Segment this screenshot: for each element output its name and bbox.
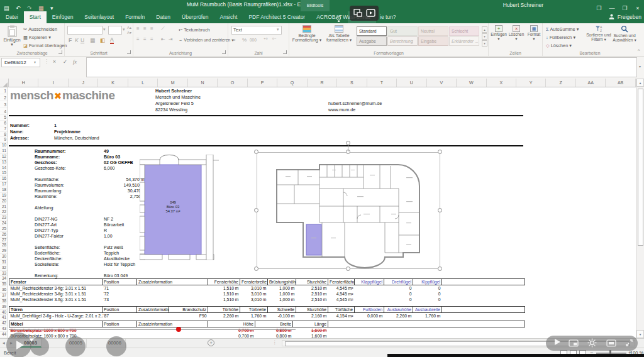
clear-button[interactable]: ◇Löschen ▾ <box>546 43 572 48</box>
orientation-icon[interactable]: ⟋ <box>161 26 165 32</box>
qat-dropdown-icon[interactable]: ▾ <box>50 5 53 11</box>
video-timeline-strip[interactable] <box>387 354 644 357</box>
video-overlay-circle-3[interactable] <box>106 336 126 356</box>
undo-icon[interactable]: ↶ <box>16 5 21 11</box>
maximize-button[interactable]: ❐ <box>620 5 630 11</box>
column-header-Y[interactable]: Y <box>516 79 546 87</box>
tab-nav-left-icon[interactable]: ◂ <box>3 340 5 346</box>
table-cell[interactable]: 2,510 m <box>296 285 328 292</box>
table-cell[interactable]: 0,800 m <box>255 327 293 334</box>
ribbon-tab-ansicht[interactable]: Ansicht <box>214 11 243 23</box>
column-header-Z[interactable]: Z <box>546 79 575 87</box>
underline-icon[interactable]: U <box>80 37 84 43</box>
column-header-M[interactable]: M <box>158 79 187 87</box>
ribbon-tab-pdf-architect-5-creator[interactable]: PDF Architect 5 Creator <box>243 11 311 23</box>
ribbon-tab-datei[interactable]: Datei <box>0 11 24 23</box>
overlay-play-icon[interactable] <box>555 339 560 345</box>
column-header-O[interactable]: O <box>218 79 247 87</box>
row-header-29[interactable]: 29 <box>0 248 8 254</box>
ribbon-tab--berpr-fen[interactable]: Überprüfen <box>176 11 214 23</box>
video-overlay-circle-2[interactable] <box>65 336 86 356</box>
formula-bar-expand-icon[interactable]: ▾ <box>639 64 641 69</box>
row-header-17[interactable]: 17 <box>0 182 8 187</box>
table-cell[interactable] <box>137 285 208 292</box>
thousands-icon[interactable]: 000 <box>250 38 257 42</box>
table-header-cell[interactable]: Klappflügel <box>355 279 384 285</box>
row-header-43[interactable]: 43 <box>0 326 8 332</box>
format-painter-button[interactable]: ◪Format übertragen <box>23 43 67 48</box>
row-header-6[interactable]: 6 <box>0 121 8 126</box>
row-header-33[interactable]: 33 <box>0 271 8 277</box>
table-header-cell[interactable]: Zusatzinformation <box>137 307 169 313</box>
overlay-pip-icon[interactable] <box>569 339 579 347</box>
table-cell[interactable] <box>355 285 384 292</box>
table-cell[interactable]: 0 <box>384 297 413 302</box>
row-header-8[interactable]: 8 <box>0 132 8 138</box>
increase-decimal-icon[interactable]: ⁺⁰ <box>264 37 268 42</box>
table-cell[interactable] <box>137 313 169 319</box>
table-header-cell[interactable]: Ausbauhöhe <box>384 307 413 313</box>
table-cell[interactable]: '71 <box>103 285 137 292</box>
video-play-button-overlay[interactable] <box>6 332 31 357</box>
share-button[interactable]: Freigeben <box>609 11 641 23</box>
table-header-cell[interactable] <box>442 307 525 313</box>
table-cell[interactable]: 3,010 m <box>240 285 268 292</box>
overlay-theater-icon[interactable] <box>606 339 616 347</box>
tabbar-splitter-icon[interactable]: ⋮ <box>272 339 277 345</box>
column-header-X[interactable]: X <box>487 79 516 87</box>
table-cell[interactable]: '72 <box>103 291 137 297</box>
vertical-scroll-thumb[interactable] <box>638 89 643 246</box>
number-format-dropdown-icon[interactable]: ▾ <box>277 27 279 32</box>
table-cell[interactable] <box>137 333 208 338</box>
row-header-5[interactable]: 5 <box>0 115 8 121</box>
increase-indent-icon[interactable]: ⇥ <box>169 36 173 42</box>
copy-button[interactable]: ▦Kopieren ▾ <box>23 35 51 40</box>
row-header-23[interactable]: 23 <box>0 215 8 221</box>
column-header-R[interactable]: R <box>308 79 337 87</box>
row-header-10[interactable]: 10 <box>0 143 8 148</box>
comment-marker-dot[interactable] <box>176 327 181 332</box>
table-cell[interactable]: Büroarbeitsplatz: 1600 x 800 x 700 <box>9 327 103 334</box>
table-header-cell[interactable]: Brüstungshöhe <box>268 279 296 285</box>
table-cell[interactable] <box>442 313 525 319</box>
table-header-cell[interactable]: Fenster <box>9 279 103 285</box>
column-header-N[interactable]: N <box>188 79 218 87</box>
table-cell[interactable] <box>442 297 525 302</box>
selection-handle-bottom-left[interactable] <box>254 266 258 271</box>
table-cell[interactable]: 0,700 m <box>208 327 255 334</box>
row-header-38[interactable]: 38 <box>0 299 8 304</box>
style-item-standard[interactable]: Standard <box>357 26 387 36</box>
table-cell[interactable]: 0 <box>413 285 442 292</box>
style-item-good[interactable]: Gut <box>387 26 418 36</box>
format-as-table-button[interactable]: Als Tabelle formatieren ▾ <box>323 25 355 43</box>
find-select-button[interactable]: Suchen und Auswählen ▾ <box>612 25 637 43</box>
font-name-dropdown-icon[interactable]: ▾ <box>103 27 106 32</box>
row-header-44[interactable]: 44 <box>0 332 8 338</box>
row-header-12[interactable]: 12 <box>0 154 8 160</box>
table-cell[interactable]: 1,600 m <box>293 327 328 334</box>
row-header-14[interactable]: 14 <box>0 165 8 171</box>
row-header-39[interactable]: 39 <box>0 304 8 310</box>
column-header-W[interactable]: W <box>457 79 486 87</box>
table-cell[interactable]: 1,760 m <box>413 313 442 319</box>
row-header-25[interactable]: 25 <box>0 226 8 232</box>
align-left-icon[interactable]: ≡ <box>136 36 140 42</box>
table-cell[interactable]: 1,510 m <box>208 285 240 292</box>
style-item-neutral[interactable]: Neutral <box>418 26 448 36</box>
table-header-cell[interactable]: Position <box>103 279 137 285</box>
style-item-note[interactable]: Erklärender ... <box>449 36 479 46</box>
table-header-cell[interactable]: Fensterhöhe <box>208 279 240 285</box>
table-cell[interactable]: F90 <box>169 313 208 319</box>
row-header-20[interactable]: 20 <box>0 199 8 204</box>
italic-icon[interactable]: K <box>75 37 79 43</box>
row-header-31[interactable]: 31 <box>0 260 8 265</box>
table-cell[interactable] <box>328 333 525 338</box>
table-header-cell[interactable]: Höhe <box>208 321 255 327</box>
table-cell[interactable]: 0 <box>384 285 413 292</box>
table-header-cell[interactable]: Ausbaubreite <box>413 307 442 313</box>
table-header-cell[interactable]: Sturzhöhe <box>296 279 328 285</box>
table-cell[interactable]: 1,000 m <box>268 285 296 292</box>
row-header-18[interactable]: 18 <box>0 187 8 193</box>
column-header-V[interactable]: V <box>427 79 457 87</box>
minimize-button[interactable]: — <box>607 5 617 11</box>
